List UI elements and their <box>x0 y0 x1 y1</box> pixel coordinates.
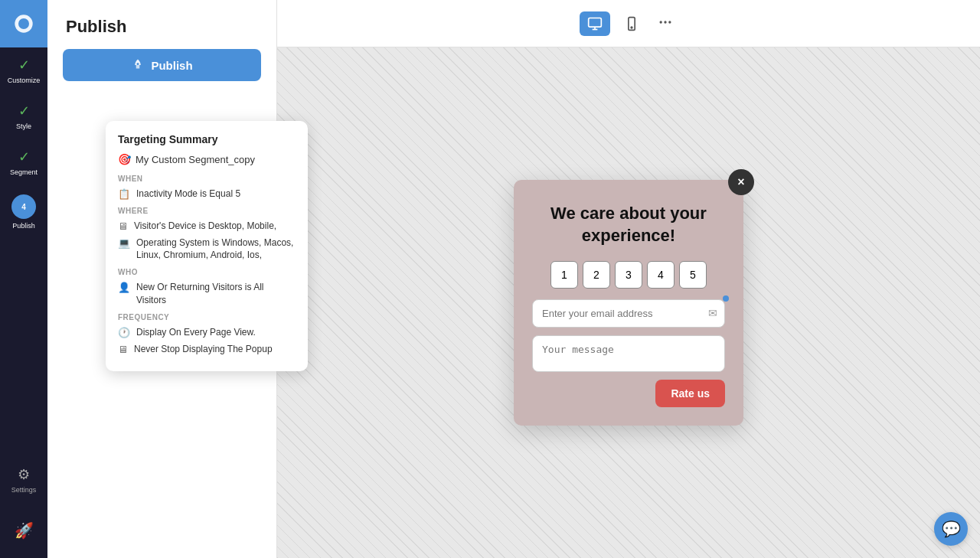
who-section-label: WHO <box>118 268 296 276</box>
chat-icon: 🚀 <box>15 521 34 540</box>
frequency-rule-1-icon: 🕐 <box>118 327 130 338</box>
where-rule-1-text: Visitor's Device is Desktop, Mobile, <box>134 220 276 233</box>
svg-point-7 <box>631 27 632 28</box>
popup-modal: × We care about your experience! 1 2 3 4… <box>514 180 743 425</box>
rate-us-button[interactable]: Rate us <box>655 380 725 407</box>
customize-check-icon: ✓ <box>18 57 30 73</box>
where-section-label: WHERE <box>118 207 296 215</box>
required-indicator <box>723 295 729 302</box>
svg-rect-3 <box>589 18 602 27</box>
mobile-view-button[interactable] <box>616 11 647 36</box>
frequency-rule-2-text: Never Stop Displaying The Popup <box>134 343 273 356</box>
email-input[interactable] <box>532 299 725 328</box>
publish-button-label: Publish <box>151 59 192 72</box>
sidebar-item-settings-label: Settings <box>11 486 37 494</box>
frequency-rule-2-icon: 🖥 <box>118 344 128 355</box>
email-input-wrap: ✉ <box>532 299 725 328</box>
rating-btn-4[interactable]: 4 <box>647 261 675 289</box>
page-title: Publish <box>47 0 276 49</box>
publish-button[interactable]: Publish <box>63 49 261 81</box>
targeting-summary-card: Targeting Summary 🎯 My Custom Segment_co… <box>106 121 308 371</box>
rocket-icon <box>131 58 145 72</box>
mobile-icon <box>624 16 639 31</box>
where-rule-2: 💻 Operating System is Windows, Macos, Li… <box>118 237 296 263</box>
rating-row: 1 2 3 4 5 <box>532 261 725 289</box>
sidebar-item-publish-label: Publish <box>12 222 35 230</box>
when-rule-text: Inactivity Mode is Equal 5 <box>136 188 240 201</box>
sidebar-panel: Publish Publish Targeting Summary 🎯 My C… <box>47 0 277 558</box>
where-rule-2-text: Operating System is Windows, Macos, Linu… <box>136 237 296 263</box>
more-options-button[interactable] <box>653 10 678 37</box>
when-section-label: WHEN <box>118 175 296 183</box>
message-input[interactable] <box>532 335 725 372</box>
rating-btn-3[interactable]: 3 <box>615 261 642 289</box>
rating-btn-2[interactable]: 2 <box>583 261 610 289</box>
who-rule-text: New Or Returning Visitors is All Visitor… <box>136 281 296 307</box>
icon-bar: ✓ Customize ✓ Style ✓ Segment 4 Publish … <box>0 0 47 558</box>
when-rule-1: 📋 Inactivity Mode is Equal 5 <box>118 188 296 201</box>
segment-name: My Custom Segment_copy <box>136 154 255 165</box>
rating-btn-1[interactable]: 1 <box>550 261 578 289</box>
logo-icon <box>13 13 34 34</box>
sidebar-item-customize[interactable]: ✓ Customize <box>0 47 47 93</box>
more-icon <box>658 15 673 30</box>
rate-us-label: Rate us <box>671 387 710 400</box>
desktop-icon <box>587 16 603 31</box>
sidebar-item-label: Customize <box>8 77 41 84</box>
chat-bubble-icon: 💬 <box>942 520 961 538</box>
who-rule-icon: 👤 <box>118 282 130 293</box>
preview-canvas: × We care about your experience! 1 2 3 4… <box>277 47 980 558</box>
sidebar-item-settings[interactable]: ⚙ Settings <box>0 457 47 503</box>
segment-row: 🎯 My Custom Segment_copy <box>118 153 296 165</box>
svg-point-2 <box>137 63 139 65</box>
email-icon: ✉ <box>708 307 717 319</box>
close-icon: × <box>737 175 744 189</box>
where-rule-1: 🖥 Visitor's Device is Desktop, Mobile, <box>118 220 296 233</box>
settings-icon: ⚙ <box>18 466 30 483</box>
sidebar-item-label: Segment <box>10 168 38 176</box>
when-rule-icon: 📋 <box>118 188 130 200</box>
segment-check-icon: ✓ <box>18 148 30 165</box>
segment-emoji: 🎯 <box>118 153 131 165</box>
main-area: 🌐 my first popup poetic-muffin-cbc3ee.ne… <box>277 0 980 558</box>
top-bar: 🌐 my first popup poetic-muffin-cbc3ee.ne… <box>277 0 980 47</box>
desktop-view-button[interactable] <box>580 11 610 36</box>
popup-close-button[interactable]: × <box>728 169 754 195</box>
frequency-rule-1: 🕐 Display On Every Page View. <box>118 326 296 339</box>
sidebar-item-label: Style <box>16 122 31 130</box>
targeting-summary-title: Targeting Summary <box>118 133 296 145</box>
svg-point-10 <box>668 21 671 23</box>
popup-title: We care about your experience! <box>532 203 725 246</box>
frequency-rule-1-text: Display On Every Page View. <box>136 326 256 339</box>
publish-number-badge: 4 <box>11 194 36 219</box>
where-rule-2-icon: 💻 <box>118 237 130 249</box>
device-switcher <box>580 10 678 37</box>
chat-bubble-button[interactable]: 💬 <box>934 512 968 546</box>
svg-point-1 <box>18 18 29 29</box>
sidebar-item-style[interactable]: ✓ Style <box>0 93 47 139</box>
sidebar-item-segment[interactable]: ✓ Segment <box>0 139 47 185</box>
svg-point-8 <box>660 21 662 23</box>
sidebar-item-publish[interactable]: 4 Publish <box>0 185 47 239</box>
sidebar-item-chat[interactable]: 🚀 <box>0 512 47 549</box>
app-logo[interactable] <box>0 0 47 47</box>
where-rule-1-icon: 🖥 <box>118 220 128 232</box>
who-rule-1: 👤 New Or Returning Visitors is All Visit… <box>118 281 296 307</box>
frequency-rule-2: 🖥 Never Stop Displaying The Popup <box>118 343 296 356</box>
rating-btn-5[interactable]: 5 <box>679 261 707 289</box>
style-check-icon: ✓ <box>18 103 30 119</box>
svg-point-9 <box>664 21 666 23</box>
frequency-section-label: FREQUENCY <box>118 313 296 321</box>
